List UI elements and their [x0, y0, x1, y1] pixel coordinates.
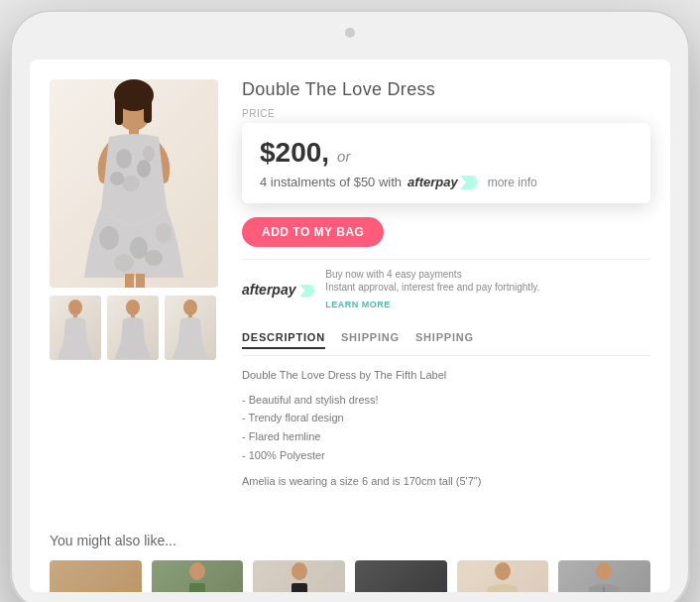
svg-point-6: [137, 160, 151, 178]
recommendations-section: You might also like...: [50, 533, 650, 592]
svg-rect-31: [189, 583, 205, 592]
svg-point-11: [130, 237, 148, 259]
rec-item-grey-vest[interactable]: [558, 560, 650, 592]
afterpay-chevron-icon: [460, 176, 478, 189]
svg-point-5: [116, 149, 132, 169]
svg-point-14: [145, 250, 163, 266]
price-or: or: [337, 148, 350, 165]
afterpay-popup: $200, or 4 instalments of $50 with after…: [242, 123, 650, 203]
brand-line: Double The Love Dress by The Fifth Label: [242, 366, 650, 385]
svg-point-30: [189, 562, 205, 580]
rec-item-green-outfit[interactable]: [152, 560, 244, 592]
price-value: 200: [276, 137, 322, 168]
svg-rect-15: [125, 274, 134, 288]
svg-point-12: [156, 223, 172, 243]
instalments-line: 4 instalments of $50 with afterpay more …: [260, 175, 633, 189]
svg-point-8: [143, 146, 155, 162]
learn-more-link[interactable]: LEARN MORE: [325, 300, 391, 309]
svg-rect-35: [292, 583, 307, 592]
price-label: Price: [242, 108, 650, 119]
svg-point-49: [596, 562, 612, 580]
more-info-link[interactable]: more info: [488, 176, 537, 189]
feature-1: Beautiful and stylish dress!: [242, 391, 650, 410]
tab-shipping-2[interactable]: SHIPPING: [415, 331, 474, 349]
feature-3: Flared hemline: [242, 427, 650, 446]
price-line: $200, or: [260, 137, 633, 169]
product-top: Double The Love Dress Price $200, or: [50, 79, 650, 497]
thumbnail-images: [50, 296, 218, 360]
model-note: Amelia is wearing a size 6 and is 170cm …: [242, 472, 650, 491]
thumbnail-1[interactable]: [50, 296, 101, 360]
thumbnail-2[interactable]: [107, 296, 159, 360]
afterpay-banner-logo: afterpay: [242, 282, 315, 298]
svg-point-9: [110, 172, 124, 185]
svg-rect-3: [144, 95, 152, 123]
afterpay-banner-info: Buy now with 4 easy payments Instant app…: [325, 268, 539, 311]
svg-point-10: [99, 226, 119, 250]
svg-point-34: [292, 562, 307, 580]
currency-symbol: $: [260, 137, 276, 168]
afterpay-banner: afterpay Buy now with 4 easy payments In…: [242, 259, 650, 319]
product-tabs: DESCRIPTION SHIPPING SHIPPING: [242, 331, 650, 356]
main-product-image[interactable]: [50, 79, 218, 288]
svg-point-19: [126, 300, 140, 315]
svg-rect-2: [115, 95, 123, 125]
rec-item-nude-outfit[interactable]: [457, 560, 549, 592]
feature-2: Trendy floral design: [242, 409, 650, 427]
tablet-frame: Double The Love Dress Price $200, or: [10, 10, 690, 602]
feature-list: Beautiful and stylish dress! Trendy flor…: [242, 391, 650, 465]
feature-4: 100% Polyester: [242, 446, 650, 465]
rec-item-light-outfit[interactable]: [253, 560, 345, 592]
svg-point-7: [122, 176, 140, 191]
price-amount: $200,: [260, 137, 329, 169]
tab-shipping-1[interactable]: SHIPPING: [341, 331, 400, 349]
tablet-camera: [345, 28, 355, 38]
afterpay-banner-icon: [299, 285, 315, 297]
svg-point-13: [114, 254, 134, 272]
svg-rect-16: [136, 274, 145, 288]
recommendations-title: You might also like...: [50, 533, 650, 548]
afterpay-logo: afterpay: [408, 175, 478, 189]
thumbnail-3[interactable]: [165, 296, 216, 360]
afterpay-banner-subtext: Instant approval, interest free and pay …: [325, 281, 539, 294]
rec-item-belt[interactable]: [50, 560, 142, 592]
tab-description[interactable]: DESCRIPTION: [242, 331, 325, 349]
svg-point-17: [68, 300, 82, 315]
product-title: Double The Love Dress: [242, 79, 650, 100]
screen: Double The Love Dress Price $200, or: [30, 60, 670, 592]
instalments-text: 4 instalments of $50 with: [260, 175, 402, 189]
product-info: Double The Love Dress Price $200, or: [242, 79, 650, 497]
svg-point-21: [183, 300, 197, 315]
rec-item-bracelet[interactable]: [355, 560, 447, 592]
product-images: [50, 79, 218, 497]
afterpay-banner-tagline: Buy now with 4 easy payments: [325, 268, 539, 281]
add-to-bag-button[interactable]: ADD TO MY BAG: [242, 217, 384, 247]
product-page: Double The Love Dress Price $200, or: [30, 60, 670, 592]
recommendations-grid: [50, 560, 650, 592]
product-description: Double The Love Dress by The Fifth Label…: [242, 366, 650, 497]
svg-point-46: [495, 562, 511, 580]
